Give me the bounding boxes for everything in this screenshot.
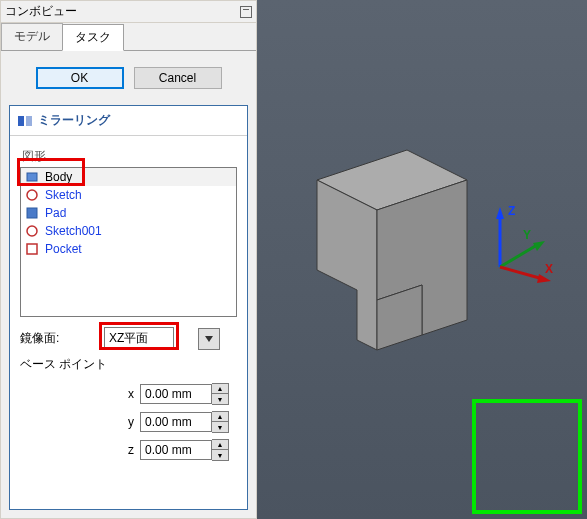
mirror-plane-value: XZ平面 [109, 331, 148, 345]
mirroring-icon [18, 114, 32, 128]
mirror-plane-select[interactable]: XZ平面 [104, 327, 174, 350]
mirroring-task-card: ミラーリング 図形 BodySketchPadSketch001Pocket 鏡… [9, 105, 248, 510]
highlight-nav-axis [472, 399, 582, 514]
svg-point-3 [27, 190, 37, 200]
card-body: 図形 BodySketchPadSketch001Pocket 鏡像面: XZ平… [10, 136, 247, 509]
svg-marker-14 [496, 207, 504, 219]
axis-y-label: Y [523, 228, 531, 242]
3d-viewport[interactable]: Z Y X [257, 0, 587, 519]
shape-icon [25, 242, 39, 256]
shape-list[interactable]: BodySketchPadSketch001Pocket [20, 167, 237, 317]
x-row: x ▲▼ [20, 383, 237, 405]
z-input[interactable] [140, 440, 212, 460]
svg-rect-4 [27, 208, 37, 218]
x-up-icon[interactable]: ▲ [212, 384, 228, 394]
combo-view-panel: コンボビュー モデル タスク OK Cancel ミラーリング 図形 BodyS… [0, 0, 257, 519]
list-item-label: Body [45, 170, 72, 184]
svg-rect-6 [27, 244, 37, 254]
x-spinner[interactable]: ▲▼ [140, 383, 229, 405]
cancel-button[interactable]: Cancel [134, 67, 222, 89]
card-title: ミラーリング [38, 112, 110, 129]
shape-icon [25, 224, 39, 238]
dialog-buttons: OK Cancel [1, 51, 256, 105]
svg-point-5 [27, 226, 37, 236]
card-header: ミラーリング [10, 106, 247, 136]
list-item[interactable]: Pad [21, 204, 236, 222]
list-item-label: Sketch [45, 188, 82, 202]
list-item-label: Pocket [45, 242, 82, 256]
y-up-icon[interactable]: ▲ [212, 412, 228, 422]
svg-rect-2 [27, 173, 37, 181]
tab-task[interactable]: タスク [62, 24, 124, 51]
list-item[interactable]: Sketch001 [21, 222, 236, 240]
axis-x-label: X [545, 262, 553, 276]
y-down-icon[interactable]: ▼ [212, 422, 228, 432]
tab-bar: モデル タスク [1, 23, 256, 51]
z-up-icon[interactable]: ▲ [212, 440, 228, 450]
svg-marker-7 [205, 336, 213, 342]
y-input[interactable] [140, 412, 212, 432]
shape-icon [25, 206, 39, 220]
list-item-label: Sketch001 [45, 224, 102, 238]
shape-group-label: 図形 [22, 148, 237, 165]
x-down-icon[interactable]: ▼ [212, 394, 228, 404]
x-label: x [20, 387, 140, 401]
shape-icon [25, 188, 39, 202]
panel-title: コンボビュー [5, 3, 77, 20]
svg-line-15 [500, 245, 537, 267]
svg-rect-1 [26, 116, 32, 126]
list-item[interactable]: Pocket [21, 240, 236, 258]
list-item[interactable]: Sketch [21, 186, 236, 204]
model-3d-shape [257, 110, 497, 410]
z-row: z ▲▼ [20, 439, 237, 461]
svg-marker-16 [533, 241, 545, 251]
y-spinner[interactable]: ▲▼ [140, 411, 229, 433]
z-label: z [20, 443, 140, 457]
mirror-plane-row: 鏡像面: XZ平面 [20, 327, 237, 350]
tab-model[interactable]: モデル [1, 23, 63, 50]
chevron-down-icon[interactable] [198, 328, 220, 350]
y-label: y [20, 415, 140, 429]
x-input[interactable] [140, 384, 212, 404]
y-row: y ▲▼ [20, 411, 237, 433]
z-down-icon[interactable]: ▼ [212, 450, 228, 460]
ok-button[interactable]: OK [36, 67, 124, 89]
shape-icon [25, 170, 39, 184]
base-point-label-row: ベース ポイント [20, 356, 237, 373]
axis-z-label: Z [508, 204, 515, 218]
svg-line-17 [500, 267, 543, 279]
list-item[interactable]: Body [21, 168, 236, 186]
svg-rect-0 [18, 116, 24, 126]
mirror-plane-label: 鏡像面: [20, 330, 104, 347]
base-point-label: ベース ポイント [20, 356, 107, 373]
panel-header: コンボビュー [1, 1, 256, 23]
dock-toggle-icon[interactable] [240, 6, 252, 18]
z-spinner[interactable]: ▲▼ [140, 439, 229, 461]
list-item-label: Pad [45, 206, 66, 220]
nav-axis-widget[interactable]: Z Y X [475, 197, 565, 287]
